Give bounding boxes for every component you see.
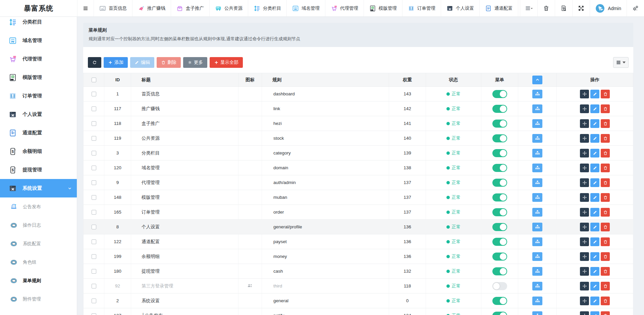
delete-row-button[interactable] [601,90,610,98]
edit-row-button[interactable] [590,223,599,231]
delete-row-button[interactable] [601,149,610,158]
settings-button[interactable] [627,0,644,16]
drag-button[interactable] [580,208,589,217]
menu-switch[interactable] [492,164,507,172]
more-button[interactable]: 更多 [183,57,207,68]
submenu-button[interactable] [532,311,542,315]
columns-dropdown-button[interactable] [613,57,629,68]
drag-button[interactable] [580,90,589,98]
row-checkbox[interactable] [92,254,96,259]
edit-row-button[interactable] [590,208,599,217]
drag-button[interactable] [580,178,589,187]
column-header[interactable]: 规则 [262,73,389,87]
nav-tab-order-manage[interactable]: 订单管理 [402,0,441,16]
sidebar-item-profile-setting[interactable]: 个人设置 [0,105,77,124]
delete-row-button[interactable] [601,267,610,276]
submenu-button[interactable] [532,267,542,276]
row-checkbox[interactable] [92,313,96,315]
column-header[interactable]: 菜单 [481,73,518,87]
row-checkbox[interactable] [92,166,96,170]
delete-row-button[interactable] [601,208,610,217]
nav-tab-template-manage[interactable]: 模版管理 [364,0,402,16]
edit-row-button[interactable] [590,237,599,246]
delete-row-button[interactable] [601,164,610,172]
sidebar-subitem-attachment[interactable]: 附件管理 [0,290,77,308]
row-checkbox[interactable] [92,299,96,303]
nav-tab-public-resource[interactable]: 公共资源 [210,0,248,16]
sidebar-item-balance-detail[interactable]: $余额明细 [0,142,77,161]
row-checkbox[interactable] [92,151,96,155]
clear-cache-button[interactable] [555,0,572,16]
edit-row-button[interactable] [590,267,599,276]
menu-switch[interactable] [492,238,507,246]
row-checkbox[interactable] [92,210,96,215]
submenu-button[interactable] [532,164,542,172]
menu-switch[interactable] [492,267,507,275]
drag-button[interactable] [580,104,589,113]
column-header[interactable]: ID [104,73,131,87]
tab-list-dropdown-button[interactable] [520,0,537,16]
refresh-button[interactable] [88,57,101,68]
edit-row-button[interactable] [590,149,599,158]
delete-row-button[interactable] [601,223,610,231]
menu-switch[interactable] [492,312,507,315]
menu-switch[interactable] [492,208,507,216]
edit-row-button[interactable] [590,282,599,290]
sidebar-item-category-column[interactable]: 分类栏目 [0,17,77,31]
edit-row-button[interactable] [590,134,599,143]
drag-button[interactable] [580,149,589,158]
sidebar-item-system-setting[interactable]: 系统设置 [0,179,77,197]
menu-switch[interactable] [492,120,507,128]
menu-switch[interactable] [492,134,507,142]
nav-tab-category-column[interactable]: 分类栏目 [248,0,287,16]
row-checkbox[interactable] [92,284,96,288]
delete-row-button[interactable] [601,178,610,187]
submenu-button[interactable] [532,134,542,143]
nav-tab-home-info[interactable]: 首页信息 [94,0,132,16]
delete-row-button[interactable] [601,237,610,246]
column-header[interactable]: 标题 [131,73,238,87]
drag-button[interactable] [580,134,589,143]
sidebar-item-withdraw-manage[interactable]: $提现管理 [0,161,77,179]
delete-row-button[interactable] [601,104,610,113]
column-header[interactable]: 操作 [557,73,633,87]
sidebar-subitem-role-group[interactable]: 角色组 [0,253,77,271]
row-checkbox[interactable] [92,180,96,185]
fullscreen-button[interactable] [572,0,590,16]
row-checkbox[interactable] [92,136,96,141]
delete-row-button[interactable] [601,119,610,128]
submenu-button[interactable] [532,90,542,98]
show-all-button[interactable]: 显示全部 [210,57,243,68]
menu-switch[interactable] [492,297,507,305]
row-checkbox[interactable] [92,92,96,96]
sidebar-item-order-manage[interactable]: 订单管理 [0,87,77,105]
submenu-button[interactable] [532,237,542,246]
column-header[interactable]: 图标 [238,73,262,87]
sidebar-toggle-button[interactable] [77,0,94,16]
row-checkbox[interactable] [92,106,96,111]
menu-switch[interactable] [492,149,507,157]
column-header[interactable]: 状态 [426,73,481,87]
select-all-checkbox[interactable] [92,78,96,82]
sidebar-item-template-manage[interactable]: 模版管理 [0,68,77,87]
sidebar-subitem-operation-log[interactable]: 操作日志 [0,216,77,234]
drag-button[interactable] [580,311,589,315]
edit-row-button[interactable] [590,104,599,113]
submenu-button[interactable] [532,149,542,158]
drag-button[interactable] [580,297,589,305]
submenu-button[interactable] [532,208,542,217]
nav-tab-box-promo[interactable]: 盒子推广 [171,0,210,16]
edit-button[interactable]: 编辑 [130,57,154,68]
collapse-all-button[interactable] [532,76,542,84]
row-checkbox[interactable] [92,225,96,229]
nav-tab-profile-setting[interactable]: 个人设置 [441,0,480,16]
add-button[interactable]: 添加 [104,57,128,68]
nav-tab-agent-manage[interactable]: 代理管理 [325,0,364,16]
menu-switch[interactable] [492,223,507,231]
edit-row-button[interactable] [590,90,599,98]
edit-row-button[interactable] [590,252,599,261]
column-header[interactable]: 权重 [389,73,426,87]
delete-row-button[interactable] [601,311,610,315]
sidebar-item-domain-manage[interactable]: 域名管理 [0,31,77,50]
admin-menu[interactable]: Admin [590,0,627,16]
